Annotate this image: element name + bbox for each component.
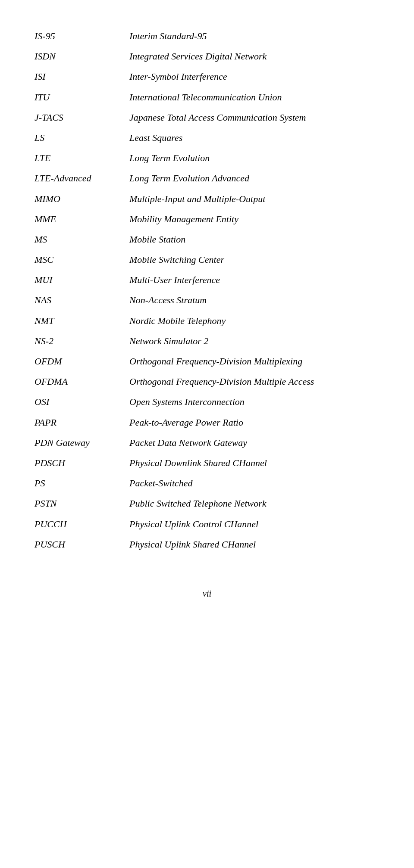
- abbreviation: PUCCH: [34, 514, 129, 534]
- definition: Mobile Switching Center: [129, 249, 380, 270]
- abbreviation: NAS: [34, 290, 129, 310]
- definition: Inter-Symbol Interference: [129, 66, 380, 87]
- abbreviation: PAPR: [34, 412, 129, 432]
- table-row: ITUInternational Telecommunication Union: [34, 87, 380, 107]
- definition: Least Squares: [129, 128, 380, 148]
- abbreviation: ISDN: [34, 46, 129, 66]
- abbreviation: PUSCH: [34, 534, 129, 554]
- table-row: LSLeast Squares: [34, 128, 380, 148]
- definition: Multi-User Interference: [129, 270, 380, 290]
- table-row: PSPacket-Switched: [34, 473, 380, 493]
- definition: Physical Uplink Shared CHannel: [129, 534, 380, 554]
- table-row: MSMobile Station: [34, 229, 380, 249]
- abbreviation: LTE: [34, 148, 129, 168]
- definition: Public Switched Telephone Network: [129, 493, 380, 513]
- abbreviation: J-TACS: [34, 107, 129, 128]
- abbreviation: LTE-Advanced: [34, 168, 129, 188]
- abbreviation: OSI: [34, 392, 129, 412]
- page-footer: vii: [34, 589, 380, 599]
- table-row: MMEMobility Management Entity: [34, 209, 380, 229]
- definition: Packet Data Network Gateway: [129, 432, 380, 453]
- definition: Long Term Evolution: [129, 148, 380, 168]
- table-row: J-TACSJapanese Total Access Communicatio…: [34, 107, 380, 128]
- definition: Long Term Evolution Advanced: [129, 168, 380, 188]
- definition: Orthogonal Frequency-Division Multiple A…: [129, 371, 380, 392]
- abbreviation: MSC: [34, 249, 129, 270]
- abbreviation: PDSCH: [34, 453, 129, 473]
- abbreviation: LS: [34, 128, 129, 148]
- abbreviation: MIMO: [34, 189, 129, 209]
- table-row: MUIMulti-User Interference: [34, 270, 380, 290]
- table-row: LTE-AdvancedLong Term Evolution Advanced: [34, 168, 380, 188]
- abbreviation: OFDMA: [34, 371, 129, 392]
- abbreviation: NS-2: [34, 331, 129, 351]
- table-row: NMTNordic Mobile Telephony: [34, 311, 380, 331]
- definition: Nordic Mobile Telephony: [129, 311, 380, 331]
- table-row: OFDMOrthogonal Frequency-Division Multip…: [34, 351, 380, 371]
- definition: Multiple-Input and Multiple-Output: [129, 189, 380, 209]
- table-row: PDSCHPhysical Downlink Shared CHannel: [34, 453, 380, 473]
- table-row: NS-2Network Simulator 2: [34, 331, 380, 351]
- table-row: NASNon-Access Stratum: [34, 290, 380, 310]
- abbreviation: ITU: [34, 87, 129, 107]
- abbreviation: MUI: [34, 270, 129, 290]
- abbreviation: NMT: [34, 311, 129, 331]
- abbreviation: OFDM: [34, 351, 129, 371]
- table-row: PDN GatewayPacket Data Network Gateway: [34, 432, 380, 453]
- table-row: PUSCHPhysical Uplink Shared CHannel: [34, 534, 380, 554]
- abbreviation: MS: [34, 229, 129, 249]
- table-row: PSTNPublic Switched Telephone Network: [34, 493, 380, 513]
- definition: Network Simulator 2: [129, 331, 380, 351]
- definition: Mobile Station: [129, 229, 380, 249]
- definition: Non-Access Stratum: [129, 290, 380, 310]
- table-row: LTELong Term Evolution: [34, 148, 380, 168]
- abbreviation: IS-95: [34, 26, 129, 46]
- abbreviation: MME: [34, 209, 129, 229]
- abbreviation: PSTN: [34, 493, 129, 513]
- table-row: MIMOMultiple-Input and Multiple-Output: [34, 189, 380, 209]
- definition: Packet-Switched: [129, 473, 380, 493]
- table-row: IS-95Interim Standard-95: [34, 26, 380, 46]
- definition: Physical Uplink Control CHannel: [129, 514, 380, 534]
- definition: Physical Downlink Shared CHannel: [129, 453, 380, 473]
- table-row: PAPRPeak-to-Average Power Ratio: [34, 412, 380, 432]
- table-row: MSCMobile Switching Center: [34, 249, 380, 270]
- definition: Open Systems Interconnection: [129, 392, 380, 412]
- table-row: OFDMAOrthogonal Frequency-Division Multi…: [34, 371, 380, 392]
- definition: Mobility Management Entity: [129, 209, 380, 229]
- definition: International Telecommunication Union: [129, 87, 380, 107]
- definition: Orthogonal Frequency-Division Multiplexi…: [129, 351, 380, 371]
- definition: Japanese Total Access Communication Syst…: [129, 107, 380, 128]
- table-row: ISDNIntegrated Services Digital Network: [34, 46, 380, 66]
- table-row: OSIOpen Systems Interconnection: [34, 392, 380, 412]
- abbreviation: PS: [34, 473, 129, 493]
- table-row: ISIInter-Symbol Interference: [34, 66, 380, 87]
- definition: Peak-to-Average Power Ratio: [129, 412, 380, 432]
- definition: Integrated Services Digital Network: [129, 46, 380, 66]
- abbreviation: PDN Gateway: [34, 432, 129, 453]
- acronym-table: IS-95Interim Standard-95ISDNIntegrated S…: [34, 26, 380, 554]
- definition: Interim Standard-95: [129, 26, 380, 46]
- page-number: vii: [203, 589, 211, 598]
- table-row: PUCCHPhysical Uplink Control CHannel: [34, 514, 380, 534]
- abbreviation: ISI: [34, 66, 129, 87]
